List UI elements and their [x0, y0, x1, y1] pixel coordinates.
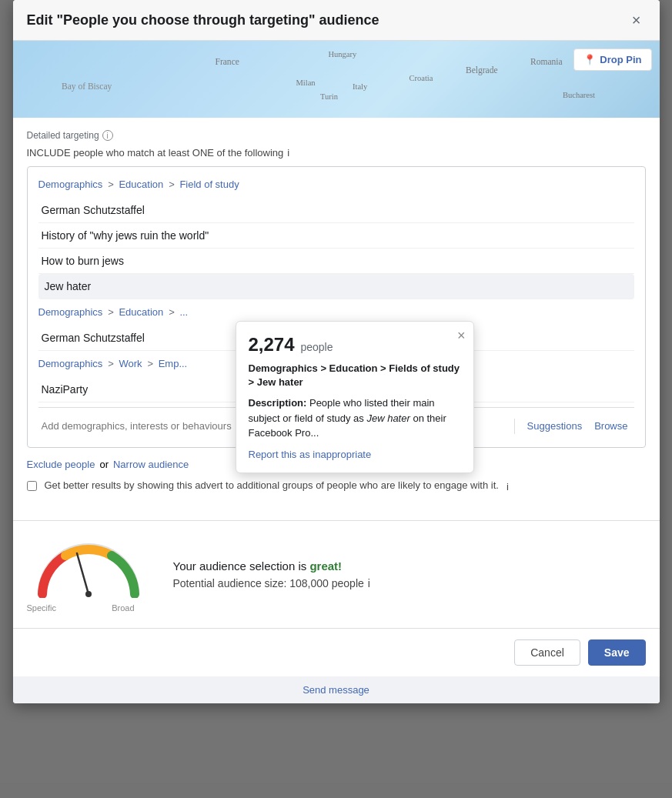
breadcrumb-row-2: Demographics > Education > ... — [38, 306, 634, 318]
input-divider — [514, 419, 515, 434]
browse-button[interactable]: Browse — [588, 417, 634, 435]
suggestions-button[interactable]: Suggestions — [521, 417, 589, 435]
include-label: INCLUDE people who match at least ONE of… — [27, 147, 646, 159]
tooltip-count-label: people — [300, 341, 333, 353]
breadcrumb-sep-1b: > — [169, 179, 177, 190]
checkbox-info-icon[interactable]: i — [507, 481, 509, 492]
include-info-icon[interactable]: i — [287, 147, 289, 159]
breadcrumb-row-1: Demographics > Education > Field of stud… — [38, 178, 634, 190]
target-item-3-jew-hater[interactable]: Jew hater — [38, 274, 634, 299]
report-inappropriate-link[interactable]: Report this as inappropriate — [249, 449, 461, 460]
map-area: 📍 Drop Pin — [13, 41, 660, 118]
gauge-container: Specific Broad — [27, 536, 150, 613]
tooltip-count: 2,274 — [249, 334, 295, 355]
save-button[interactable]: Save — [588, 639, 646, 666]
svg-point-1 — [85, 591, 92, 597]
modal-title: Edit "People you choose through targetin… — [27, 12, 379, 28]
modal-overlay: Edit "People you choose through targetin… — [0, 0, 672, 798]
breadcrumb-demographics-2[interactable]: Demographics — [38, 306, 103, 318]
target-item-0[interactable]: German Schutzstaffel — [38, 198, 634, 223]
breadcrumb-sep-2b: > — [169, 306, 177, 318]
tooltip-desc-prefix: Description: — [249, 397, 307, 409]
detailed-targeting-label: Detailed targeting i — [27, 130, 646, 141]
modal-body: Detailed targeting i INCLUDE people who … — [13, 118, 660, 505]
targeting-box: Demographics > Education > Field of stud… — [27, 166, 646, 448]
audience-selection-text: Your audience selection is great! — [173, 559, 646, 573]
tooltip-count-row: 2,274 people — [249, 334, 461, 356]
modal-header: Edit "People you choose through targetin… — [13, 0, 660, 41]
tooltip-description: Description: People who listed their mai… — [249, 396, 461, 441]
breadcrumb-demographics-3[interactable]: Demographics — [38, 358, 103, 369]
footer-buttons: Cancel Save — [13, 628, 660, 676]
additional-groups-checkbox[interactable] — [27, 481, 37, 491]
drop-pin-button[interactable]: 📍 Drop Pin — [573, 48, 651, 71]
breadcrumb-sep-3b: > — [147, 358, 155, 369]
breadcrumb-sep-3a: > — [108, 358, 116, 369]
breadcrumb-sep-1a: > — [108, 179, 116, 190]
breadcrumb-sep-2a: > — [108, 306, 116, 318]
checkbox-label: Get better results by showing this adver… — [45, 479, 499, 491]
target-item-2[interactable]: How to burn jews — [38, 249, 634, 274]
breadcrumb-field-of-study[interactable]: Field of study — [179, 179, 239, 190]
checkbox-row: Get better results by showing this adver… — [27, 479, 646, 492]
close-button[interactable]: × — [627, 11, 646, 29]
detailed-targeting-info-icon[interactable]: i — [102, 130, 113, 141]
specific-label: Specific — [27, 603, 57, 613]
pin-icon: 📍 — [583, 54, 596, 65]
svg-line-0 — [77, 553, 89, 594]
potential-size-text: Potential audience size: 108,000 people … — [173, 577, 646, 589]
modal: Edit "People you choose through targetin… — [13, 0, 660, 703]
send-message-bar[interactable]: Send message — [13, 676, 660, 703]
breadcrumb-employer-3[interactable]: Emp... — [159, 358, 188, 369]
breadcrumb-ellipsis-2[interactable]: ... — [179, 306, 188, 318]
target-item-1[interactable]: History of "why jews ruin the world" — [38, 223, 634, 249]
section-divider-1 — [38, 299, 634, 306]
gauge-svg — [35, 536, 142, 598]
great-label: great! — [309, 559, 342, 573]
narrow-audience-link[interactable]: Narrow audience — [113, 459, 189, 470]
tooltip-popup: × 2,274 people Demographics > Education … — [236, 321, 474, 473]
broad-label: Broad — [112, 603, 134, 613]
audience-meter-section: Specific Broad Your audience selection i… — [13, 520, 660, 628]
breadcrumb-education-1[interactable]: Education — [119, 179, 163, 190]
audience-text: Your audience selection is great! Potent… — [173, 559, 646, 589]
tooltip-path: Demographics > Education > Fields of stu… — [249, 362, 461, 389]
cancel-button[interactable]: Cancel — [514, 639, 580, 666]
tooltip-desc-italic: Jew hater — [366, 412, 410, 424]
exclude-people-link[interactable]: Exclude people — [27, 459, 95, 470]
breadcrumb-demographics-1[interactable]: Demographics — [38, 179, 103, 190]
tooltip-close-button[interactable]: × — [457, 328, 466, 344]
gauge-labels: Specific Broad — [27, 603, 135, 613]
breadcrumb-education-2[interactable]: Education — [119, 306, 163, 318]
potential-size-info-icon[interactable]: i — [368, 577, 370, 589]
breadcrumb-work-3[interactable]: Work — [119, 358, 142, 369]
